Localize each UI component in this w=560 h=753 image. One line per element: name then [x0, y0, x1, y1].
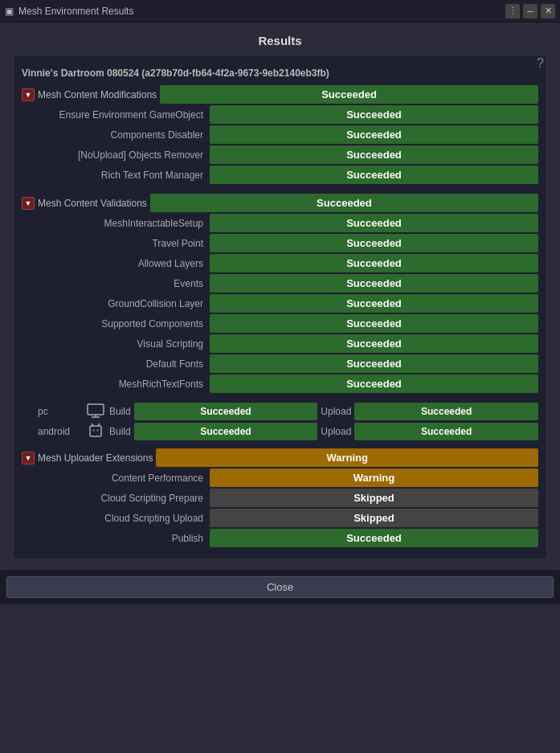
minimize-button[interactable]: ─ — [523, 4, 538, 18]
table-row: MeshRichTextFonts Succeeded — [38, 374, 538, 393]
platform-android-row: android Build Succeeded Upload Succeeded — [38, 422, 538, 440]
close-window-button[interactable]: ✕ — [541, 4, 555, 18]
modifications-label: Mesh Content Modifications — [38, 89, 157, 100]
build-label: Build — [109, 426, 131, 437]
platform-section: pc Build Succeeded Upload Succeeded — [38, 403, 538, 440]
row-label: Components Disabler — [38, 129, 206, 141]
platform-pc-row: pc Build Succeeded Upload Succeeded — [38, 403, 538, 420]
svg-rect-0 — [88, 404, 104, 415]
table-row: Rich Text Font Manager Succeeded — [38, 166, 538, 184]
build-label: Build — [109, 406, 131, 417]
title-bar-controls: ⋮ ─ ✕ — [505, 4, 555, 18]
row-label: MeshRichTextFonts — [38, 379, 206, 390]
row-label: Events — [38, 278, 206, 289]
mesh-uploader-extensions-section: ▼ Mesh Uploader Extensions Warning Conte… — [22, 448, 538, 547]
platform-android-label: android — [38, 426, 82, 437]
row-status: Skipped — [210, 509, 538, 527]
svg-point-6 — [93, 430, 95, 432]
row-status: Succeeded — [210, 234, 538, 252]
validations-collapse-button[interactable]: ▼ — [22, 197, 35, 210]
extensions-rows: Content Performance Warning Cloud Script… — [38, 469, 538, 547]
row-label: Ensure Environment GameObject — [38, 109, 206, 121]
upload-label: Upload — [321, 406, 351, 417]
android-upload-status: Succeeded — [354, 423, 538, 440]
row-status: Succeeded — [210, 145, 538, 164]
table-row: Components Disabler Succeeded — [38, 125, 538, 144]
row-status: Succeeded — [210, 374, 538, 393]
table-row: [NoUpload] Objects Remover Succeeded — [38, 145, 538, 164]
row-label: Travel Point — [38, 238, 206, 249]
row-status: Warning — [210, 469, 538, 487]
row-label: Content Performance — [38, 473, 206, 484]
table-row: Ensure Environment GameObject Succeeded — [38, 105, 538, 124]
row-status: Succeeded — [210, 334, 538, 353]
row-status: Succeeded — [210, 125, 538, 144]
row-status: Succeeded — [210, 354, 538, 373]
row-status: Succeeded — [210, 254, 538, 272]
title-bar-left: ▣ Mesh Environment Results — [5, 6, 133, 17]
extensions-header-row: ▼ Mesh Uploader Extensions Warning — [22, 448, 538, 467]
title-bar: ▣ Mesh Environment Results ⋮ ─ ✕ — [0, 0, 560, 23]
extensions-status: Warning — [156, 448, 538, 467]
android-build-upload: Build Succeeded Upload Succeeded — [109, 423, 538, 440]
close-bar: Close — [0, 569, 560, 604]
table-row: Content Performance Warning — [38, 469, 538, 487]
row-label: Cloud Scripting Prepare — [38, 493, 206, 504]
table-row: Events Succeeded — [38, 274, 538, 293]
row-label: Visual Scripting — [38, 338, 206, 350]
validations-header-row: ▼ Mesh Content Validations Succeeded — [22, 194, 538, 212]
row-label: Rich Text Font Manager — [38, 170, 206, 181]
svg-rect-3 — [90, 426, 101, 436]
validations-rows: MeshInteractableSetup Succeeded Travel P… — [38, 214, 538, 393]
row-status: Succeeded — [210, 105, 538, 124]
row-status: Succeeded — [210, 274, 538, 293]
table-row: Cloud Scripting Upload Skipped — [38, 509, 538, 527]
results-panel: Vinnie's Dartroom 080524 (a278b70d-fb64-… — [13, 55, 547, 559]
row-label: Default Fonts — [38, 358, 206, 370]
table-row: Default Fonts Succeeded — [38, 354, 538, 373]
validations-status: Succeeded — [150, 194, 538, 212]
table-row: Allowed Layers Succeeded — [38, 254, 538, 272]
row-label: Publish — [38, 533, 206, 544]
row-status: Skipped — [210, 489, 538, 507]
row-label: Cloud Scripting Upload — [38, 513, 206, 524]
table-row: MeshInteractableSetup Succeeded — [38, 214, 538, 232]
row-status: Succeeded — [210, 214, 538, 232]
modifications-rows: Ensure Environment GameObject Succeeded … — [38, 105, 538, 184]
close-button[interactable]: Close — [6, 576, 554, 598]
environment-title: Vinnie's Dartroom 080524 (a278b70d-fb64-… — [22, 64, 538, 85]
help-icon[interactable]: ? — [537, 56, 544, 71]
row-label: GroundCollision Layer — [38, 298, 206, 309]
android-build-status: Succeeded — [134, 423, 318, 440]
validations-label: Mesh Content Validations — [38, 198, 147, 209]
modifications-status: Succeeded — [160, 85, 538, 104]
table-row: Travel Point Succeeded — [38, 234, 538, 252]
menu-button[interactable]: ⋮ — [505, 4, 520, 18]
platform-android-icon — [87, 422, 104, 440]
extensions-collapse-button[interactable]: ▼ — [22, 452, 35, 464]
table-row: Supported Components Succeeded — [38, 314, 538, 333]
title-bar-text: Mesh Environment Results — [18, 6, 133, 17]
svg-point-7 — [97, 430, 99, 432]
table-row: Publish Succeeded — [38, 529, 538, 547]
table-row: Cloud Scripting Prepare Skipped — [38, 489, 538, 507]
row-status: Succeeded — [210, 529, 538, 547]
row-label: MeshInteractableSetup — [38, 218, 206, 229]
mesh-content-modifications-section: ▼ Mesh Content Modifications Succeeded E… — [22, 85, 538, 184]
upload-label: Upload — [321, 426, 351, 437]
platform-pc-icon — [87, 403, 104, 420]
table-row: GroundCollision Layer Succeeded — [38, 294, 538, 313]
modifications-collapse-button[interactable]: ▼ — [22, 88, 35, 101]
row-label: Supported Components — [38, 318, 206, 329]
window-icon: ▣ — [5, 6, 14, 17]
row-label: Allowed Layers — [38, 258, 206, 269]
mesh-content-validations-section: ▼ Mesh Content Validations Succeeded Mes… — [22, 194, 538, 393]
extensions-label: Mesh Uploader Extensions — [38, 452, 153, 464]
modifications-header-row: ▼ Mesh Content Modifications Succeeded — [22, 85, 538, 104]
page-title: Results — [13, 23, 547, 55]
row-status: Succeeded — [210, 294, 538, 313]
platform-pc-label: pc — [38, 406, 82, 417]
pc-build-status: Succeeded — [134, 403, 318, 420]
pc-build-upload: Build Succeeded Upload Succeeded — [109, 403, 538, 420]
row-label: [NoUpload] Objects Remover — [38, 149, 206, 161]
